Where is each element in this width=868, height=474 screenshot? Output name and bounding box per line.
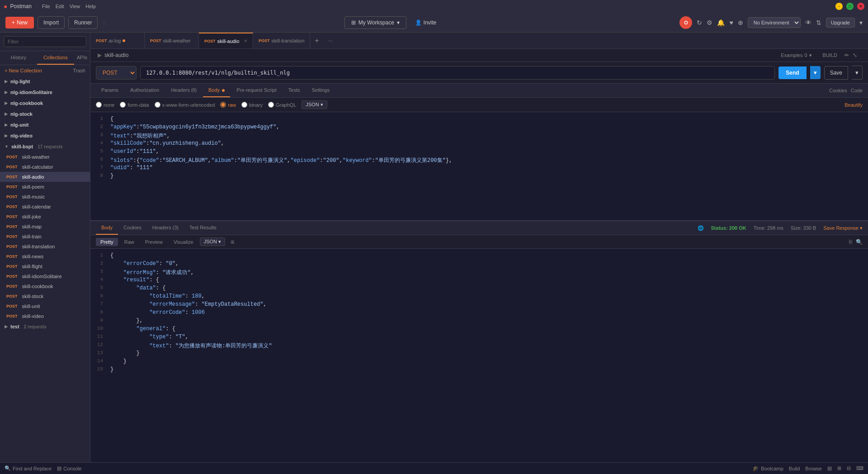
sidebar-item-skill-audio[interactable]: POST skill-audio xyxy=(0,172,90,182)
import-button[interactable]: Import xyxy=(38,16,65,29)
collection-item-test[interactable]: ▶ test 2 requests xyxy=(0,321,90,332)
format-preview-button[interactable]: Preview xyxy=(141,238,167,246)
json-format-select[interactable]: JSON ▾ xyxy=(200,237,225,246)
sidebar-item-skill-idiomsolitaire[interactable]: POST skill-idiomSolitaire xyxy=(0,271,90,281)
tab-skill-weather[interactable]: POST skill-weather xyxy=(145,33,199,49)
more-tabs-button[interactable]: ··· xyxy=(324,38,337,44)
bootcamp-button[interactable]: 🎓 Bootcamp xyxy=(753,465,783,471)
json-format-button[interactable]: JSON ▾ xyxy=(302,100,327,109)
sidebar-item-skill-cookbook[interactable]: POST skill-cookbook xyxy=(0,281,90,291)
heart-icon[interactable]: ♥ xyxy=(729,19,733,26)
save-dropdown-button[interactable]: ▾ xyxy=(852,66,863,80)
sidebar-tab-history[interactable]: History xyxy=(0,51,37,65)
format-pretty-button[interactable]: Pretty xyxy=(96,238,118,246)
minimize-button[interactable]: - xyxy=(835,3,843,10)
settings-icon[interactable]: ⚙ xyxy=(707,19,712,26)
radio-raw[interactable] xyxy=(220,102,226,108)
menu-file[interactable]: File xyxy=(42,4,50,9)
save-response-button[interactable]: Save Response ▾ xyxy=(823,225,863,231)
layout-icon-1[interactable]: ▤ xyxy=(827,465,832,471)
sidebar-tab-collections[interactable]: Collections xyxy=(37,51,74,65)
menu-view[interactable]: View xyxy=(70,4,80,9)
method-select[interactable]: POST xyxy=(96,66,137,80)
request-body-editor[interactable]: 1 { 2 "appKey":"55cwpbayogcin6y1fn3zbmzj… xyxy=(90,112,868,221)
tab-body[interactable]: Body xyxy=(203,84,230,97)
sync-icon[interactable]: ↻ xyxy=(697,19,702,26)
tab-skill-translation[interactable]: POST skill-translation xyxy=(253,33,310,49)
search-input[interactable] xyxy=(4,36,86,47)
resp-tab-cookies[interactable]: Cookies xyxy=(118,221,147,235)
body-opt-graphql[interactable]: GraphQL xyxy=(268,102,296,108)
upgrade-button[interactable]: Upgrade xyxy=(826,18,855,28)
environment-select[interactable]: No Environment xyxy=(748,17,801,28)
sidebar-item-skill-flight[interactable]: POST skill-flight xyxy=(0,261,90,271)
tab-authorization[interactable]: Authorization xyxy=(125,84,165,97)
sliders-icon[interactable]: ⇅ xyxy=(816,19,821,26)
eye-icon[interactable]: 👁 xyxy=(805,19,811,26)
sidebar-item-skill-calendar[interactable]: POST skill-calendar xyxy=(0,202,90,212)
sidebar-item-skill-map[interactable]: POST skill-map xyxy=(0,222,90,232)
radio-none[interactable] xyxy=(96,102,102,108)
tab-headers[interactable]: Headers (8) xyxy=(165,84,202,97)
bell-icon[interactable]: 🔔 xyxy=(717,19,725,26)
tab-settings[interactable]: Settings xyxy=(306,84,335,97)
menu-help[interactable]: Help xyxy=(85,4,96,9)
radio-urlencoded[interactable] xyxy=(155,102,160,108)
runner-button[interactable]: Runner xyxy=(68,16,98,29)
resp-tab-body[interactable]: Body xyxy=(96,221,118,235)
resp-tab-test-results[interactable]: Test Results xyxy=(184,221,222,235)
collection-item-nlg-stock[interactable]: ▶ nlg-stock xyxy=(0,109,90,119)
examples-button[interactable]: Examples 0 ▾ xyxy=(781,52,811,58)
resp-tab-headers[interactable]: Headers (3) xyxy=(147,221,184,235)
radio-graphql[interactable] xyxy=(268,102,274,108)
new-collection-button[interactable]: + New Collection xyxy=(5,68,42,73)
url-input[interactable] xyxy=(140,66,775,80)
collection-item-skill-bspt[interactable]: ▼ skill-bspt 17 requests xyxy=(0,141,90,152)
collection-item-nlg-video[interactable]: ▶ nlg-video xyxy=(0,130,90,141)
sidebar-item-skill-train[interactable]: POST skill-train xyxy=(0,232,90,242)
tab-params[interactable]: Params xyxy=(96,84,124,97)
tab-ai-log[interactable]: POST ai-log xyxy=(90,33,145,49)
collection-item-nlg-unit[interactable]: ▶ nlg-unit xyxy=(0,119,90,130)
tab-pre-request-script[interactable]: Pre-request Script xyxy=(231,84,282,97)
sidebar-item-skill-translation[interactable]: POST skill-translation xyxy=(0,242,90,251)
sidebar-item-skill-stock[interactable]: POST skill-stock xyxy=(0,291,90,301)
sidebar-item-skill-news[interactable]: POST skill-news xyxy=(0,251,90,261)
close-button[interactable]: ✕ xyxy=(857,3,864,10)
body-opt-urlencoded[interactable]: x-www-form-urlencoded xyxy=(155,102,215,108)
code-link[interactable]: Code xyxy=(851,88,863,93)
new-tab-button[interactable]: + xyxy=(310,37,323,45)
layout-icon-2[interactable]: ⊞ xyxy=(837,465,841,471)
invite-button[interactable]: 👤 Invite xyxy=(410,17,442,28)
format-visualize-button[interactable]: Visualize xyxy=(169,238,198,246)
format-raw-button[interactable]: Raw xyxy=(120,238,139,246)
tab-tests[interactable]: Tests xyxy=(283,84,306,97)
beautify-button[interactable]: Beautify xyxy=(844,102,863,108)
edit-icon[interactable]: ✏ xyxy=(844,52,849,58)
add-icon[interactable]: ⊕ xyxy=(738,19,743,26)
copy-icon[interactable]: ⎘ xyxy=(849,239,852,245)
layout-icon-3[interactable]: ⊟ xyxy=(847,465,851,471)
send-button[interactable]: Send xyxy=(778,66,806,79)
body-opt-form-data[interactable]: form-data xyxy=(120,102,149,108)
upgrade-chevron-icon[interactable]: ▾ xyxy=(859,19,863,26)
sidebar-tab-apis[interactable]: APIs xyxy=(74,51,90,65)
browse-button[interactable]: Browse xyxy=(805,466,822,471)
search-icon[interactable]: 🔍 xyxy=(856,239,863,245)
body-opt-binary[interactable]: binary xyxy=(241,102,263,108)
close-tab-icon[interactable]: ✕ xyxy=(244,38,247,43)
collection-item-nlg-idiomsolitaire[interactable]: ▶ nlg-idiomSolitaire xyxy=(0,87,90,98)
radio-form-data[interactable] xyxy=(120,102,126,108)
body-opt-none[interactable]: none xyxy=(96,102,114,108)
find-replace-button[interactable]: 🔍 Find and Replace xyxy=(5,465,52,471)
sidebar-item-skill-weather[interactable]: POST skill-weather xyxy=(0,152,90,162)
keyboard-shortcut-icon[interactable]: ⌨ xyxy=(856,465,863,471)
sidebar-item-skill-music[interactable]: POST skill-music xyxy=(0,192,90,202)
workspace-button[interactable]: ⊞ My Workspace ▾ xyxy=(344,16,406,29)
save-button[interactable]: Save xyxy=(824,66,848,80)
collection-item-nlg-cookbook[interactable]: ▶ nlg-cookbook xyxy=(0,98,90,109)
sidebar-item-skill-video[interactable]: POST skill-video xyxy=(0,311,90,321)
build-mode-button[interactable]: Build xyxy=(789,466,800,471)
collection-item-nlg-light[interactable]: ▶ nlg-light xyxy=(0,76,90,87)
send-dropdown-button[interactable]: ▾ xyxy=(810,66,821,79)
